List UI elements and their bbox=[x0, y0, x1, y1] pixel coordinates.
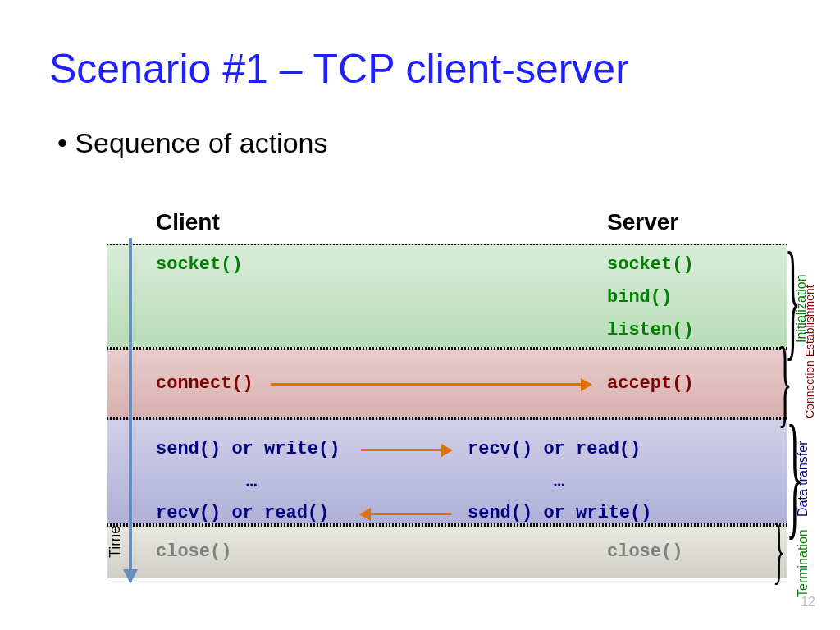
label-data-transfer: Data transfer bbox=[796, 441, 810, 517]
server-recv: recv() or read() bbox=[468, 439, 641, 459]
client-close: close() bbox=[156, 541, 231, 562]
server-socket: socket() bbox=[607, 254, 694, 275]
server-dots: … bbox=[554, 472, 564, 492]
label-termination: Termination bbox=[796, 529, 810, 597]
time-arrow-icon bbox=[129, 238, 132, 582]
server-listen: listen() bbox=[607, 320, 694, 340]
header-server: Server bbox=[607, 209, 678, 235]
header-client: Client bbox=[156, 209, 220, 235]
client-connect: connect() bbox=[156, 373, 253, 394]
server-accept: accept() bbox=[607, 373, 694, 394]
time-label: Time bbox=[107, 526, 124, 558]
arrow-recv-send bbox=[361, 513, 451, 515]
brace-term-icon: } bbox=[773, 521, 785, 580]
client-recv: recv() or read() bbox=[156, 503, 329, 523]
client-socket: socket() bbox=[156, 254, 243, 275]
arrow-send-recv bbox=[361, 449, 451, 451]
arrow-connect-accept bbox=[271, 383, 591, 386]
server-bind: bind() bbox=[607, 287, 672, 308]
client-dots: … bbox=[246, 472, 257, 492]
server-send: send() or write() bbox=[468, 503, 651, 523]
client-send: send() or write() bbox=[156, 439, 340, 459]
label-connection: Connection Establishment bbox=[804, 285, 816, 418]
slide-title: Scenario #1 – TCP client-server bbox=[49, 45, 629, 93]
server-close: close() bbox=[607, 541, 682, 562]
bullet-sequence: Sequence of actions bbox=[57, 127, 327, 159]
page-number: 12 bbox=[801, 595, 815, 609]
